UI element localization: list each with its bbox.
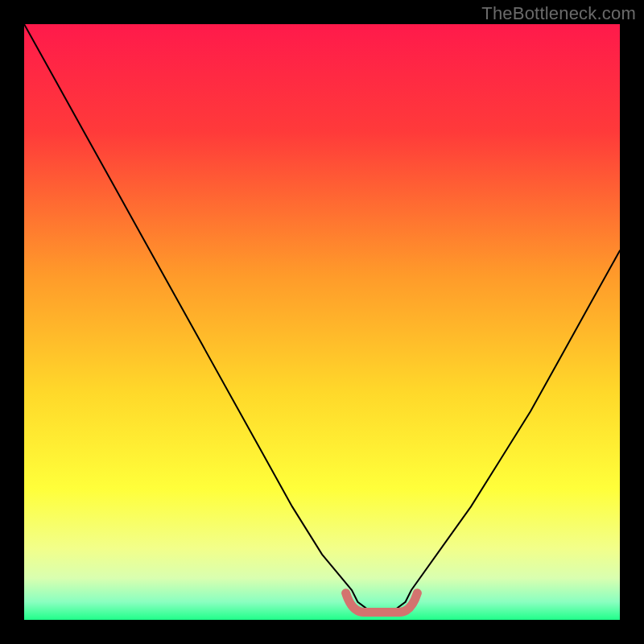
chart-frame: TheBottleneck.com <box>0 0 644 644</box>
gradient-background <box>24 24 620 620</box>
bottleneck-chart <box>24 24 620 620</box>
watermark-text: TheBottleneck.com <box>481 3 636 24</box>
